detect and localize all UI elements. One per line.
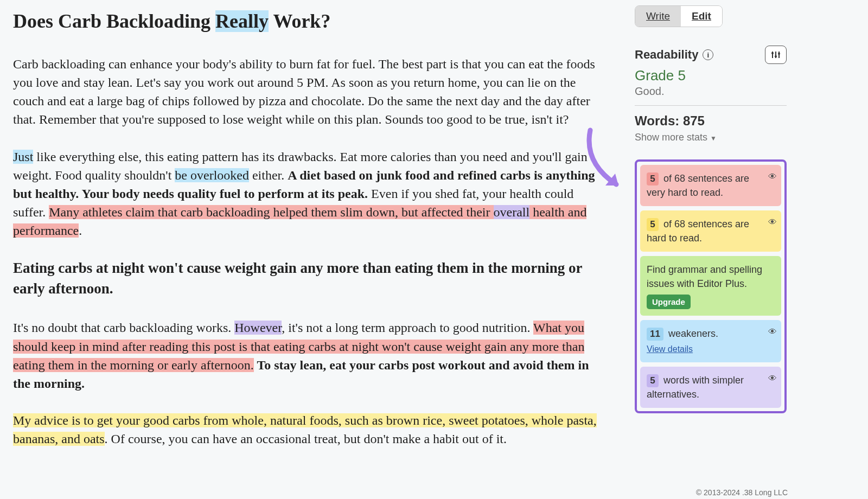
p2-text2: either.	[249, 168, 288, 182]
issue-text: Find grammar and spelling issues with Ed…	[647, 264, 762, 289]
info-icon[interactable]: i	[703, 49, 713, 60]
paragraph-1: Carb backloading can enhance your body's…	[13, 55, 608, 129]
highlight-simpler-overall[interactable]: overall	[494, 205, 530, 219]
readability-header: Readability i	[635, 46, 787, 64]
p3-lead: It's no doubt that carb backloading work…	[13, 321, 234, 335]
view-details-link[interactable]: View details	[647, 343, 763, 355]
document-title: Does Carb Backloading Really Work?	[13, 10, 608, 33]
svg-point-5	[778, 53, 780, 55]
p4-tail: . Of course, you can have an occasional …	[105, 432, 507, 446]
sidebar: Write Edit Readability i Grade 5 Good. W…	[629, 0, 792, 499]
word-count: Words: 875	[635, 113, 787, 129]
tab-edit[interactable]: Edit	[681, 6, 722, 27]
title-text-before: Does Carb Backloading	[13, 10, 215, 32]
divider	[635, 105, 787, 106]
paragraph-3: It's no doubt that carb backloading work…	[13, 318, 608, 392]
issue-weakeners[interactable]: 👁 11 weakeners. View details	[640, 320, 781, 362]
visibility-icon[interactable]: 👁	[768, 170, 777, 183]
paragraph-4: My advice is to get your good carbs from…	[13, 411, 608, 448]
svg-point-4	[775, 55, 777, 57]
svg-point-3	[771, 52, 774, 54]
upgrade-button[interactable]: Upgrade	[647, 295, 691, 310]
issue-count: 5	[647, 218, 659, 231]
settings-button[interactable]	[765, 46, 787, 64]
issue-count: 11	[647, 328, 663, 341]
editor-document[interactable]: Does Carb Backloading Really Work? Carb …	[0, 0, 629, 499]
issue-text: of 68 sentences are very hard to read.	[647, 173, 749, 198]
p2-period: .	[79, 223, 82, 238]
words-label: Words:	[635, 113, 683, 128]
title-text-after: Work?	[269, 10, 330, 32]
sliders-icon	[771, 50, 781, 60]
highlight-weakener-overlooked[interactable]: be overlooked	[175, 168, 249, 182]
issue-count: 5	[647, 374, 659, 387]
issue-very-hard[interactable]: 👁 5 of 68 sentences are very hard to rea…	[640, 165, 781, 206]
readability-title: Readability i	[635, 48, 713, 62]
issue-text: of 68 sentences are hard to read.	[647, 219, 749, 244]
issues-panel: 👁 5 of 68 sentences are very hard to rea…	[635, 159, 787, 413]
readability-rating: Good.	[635, 85, 787, 98]
visibility-icon[interactable]: 👁	[768, 216, 777, 228]
issue-simpler[interactable]: 👁 5 words with simpler alternatives.	[640, 367, 781, 408]
issue-text: weakeners.	[666, 328, 718, 339]
mode-tabs: Write Edit	[635, 5, 723, 27]
show-more-stats[interactable]: Show more stats ▼	[635, 132, 787, 143]
title-highlight-weakener[interactable]: Really	[215, 10, 269, 32]
visibility-icon[interactable]: 👁	[768, 372, 777, 385]
readability-grade: Grade 5	[635, 67, 787, 84]
issue-count: 5	[647, 172, 659, 185]
tab-write[interactable]: Write	[635, 6, 681, 27]
subheading: Eating carbs at night won't cause weight…	[13, 258, 608, 299]
issue-hard[interactable]: 👁 5 of 68 sentences are hard to read.	[640, 210, 781, 252]
issue-text: words with simpler alternatives.	[647, 375, 744, 400]
highlight-simpler-however[interactable]: However	[234, 321, 282, 335]
paragraph-2: Just like everything else, this eating p…	[13, 148, 608, 240]
words-value: 875	[683, 113, 705, 128]
show-more-label: Show more stats	[635, 132, 707, 143]
issue-grammar[interactable]: Find grammar and spelling issues with Ed…	[640, 256, 781, 316]
visibility-icon[interactable]: 👁	[768, 325, 777, 338]
p3-mid: , it's not a long term approach to good …	[282, 321, 533, 335]
highlight-weakener-just[interactable]: Just	[13, 150, 33, 164]
chevron-down-icon: ▼	[710, 135, 717, 142]
readability-label: Readability	[635, 48, 698, 62]
p2-red-a: Many athletes claim that carb backloadin…	[49, 205, 493, 219]
copyright: © 2013-2024 .38 Long LLC	[696, 488, 788, 497]
highlight-veryhard-sentence[interactable]: Many athletes claim that carb backloadin…	[13, 205, 586, 238]
